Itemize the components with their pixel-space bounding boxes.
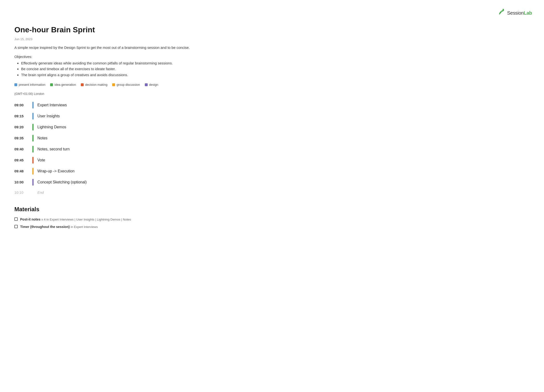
- schedule-bar-0945: [32, 157, 34, 164]
- page-description: A simple recipe inspired by the Design S…: [14, 45, 201, 51]
- timezone: (GMT+01:00) London: [14, 92, 201, 96]
- schedule-label-1000: Concept Sketching (optional): [37, 179, 87, 185]
- schedule-bar-0915: [32, 113, 34, 120]
- group-color-dot: [112, 83, 115, 86]
- legend-item-present: present information: [14, 82, 45, 87]
- page-date: Jun 15, 2023: [14, 37, 201, 42]
- objectives-label: Objectives:: [14, 54, 201, 60]
- legend-label-decision: decision making: [85, 82, 107, 87]
- schedule-bar-0900: [32, 102, 34, 109]
- schedule-label-0935: Notes: [37, 135, 47, 141]
- schedule-time-0900: 09:00: [14, 103, 32, 108]
- legend-item-design: design: [145, 82, 158, 87]
- schedule-row-0935: 09:35 Notes: [14, 135, 201, 142]
- legend-label-idea: idea generation: [54, 82, 76, 87]
- schedule-time-0915: 09:15: [14, 114, 32, 119]
- schedule-time-0935: 09:35: [14, 136, 32, 141]
- legend-label-group: group discussion: [117, 82, 140, 87]
- legend-label-design: design: [149, 82, 158, 87]
- decision-color-dot: [81, 83, 84, 86]
- page-title: One-hour Brain Sprint: [14, 24, 201, 35]
- objective-item: Effectively generate ideas while avoidin…: [21, 61, 201, 66]
- objective-item: The brain sprint aligns a group of creat…: [21, 72, 201, 78]
- material-detail-0-text: x 4 in Expert Interviews | User Insights…: [41, 218, 131, 221]
- present-color-dot: [14, 83, 17, 86]
- legend-item-group: group discussion: [112, 82, 140, 87]
- objective-item: Be concise and timebox all of the exerci…: [21, 66, 201, 72]
- legend: present information idea generation deci…: [14, 82, 201, 87]
- schedule-row-0940: 09:40 Notes, second turn: [14, 146, 201, 153]
- schedule-bar-0920: [32, 124, 34, 131]
- material-item-0: Post-it notes x 4 in Expert Interviews |…: [14, 217, 201, 222]
- schedule-row-0945: 09:45 Vote: [14, 157, 201, 164]
- material-checkbox-0[interactable]: [14, 217, 18, 221]
- schedule-time-1000: 10:00: [14, 180, 32, 185]
- material-checkbox-1[interactable]: [14, 225, 18, 228]
- schedule-label-0920: Lightning Demos: [37, 124, 66, 130]
- schedule-label-0948: Wrap-up -> Execution: [37, 168, 75, 174]
- materials-section-title: Materials: [14, 205, 201, 213]
- schedule-label-0945: Vote: [37, 157, 45, 163]
- objectives-list: Effectively generate ideas while avoidin…: [14, 61, 201, 78]
- schedule-label-0900: Expert Interviews: [37, 102, 67, 108]
- design-color-dot: [145, 83, 148, 86]
- schedule-bar-0935: [32, 135, 34, 142]
- material-detail-1-text: in Expert Interviews: [71, 225, 98, 229]
- schedule-time-0920: 09:20: [14, 125, 32, 130]
- schedule-time-0940: 09:40: [14, 147, 32, 152]
- schedule-bar-0948: [32, 168, 34, 175]
- schedule-end-time: 10:10: [14, 190, 32, 196]
- legend-item-decision: decision making: [81, 82, 107, 87]
- schedule-time-0945: 09:45: [14, 158, 32, 163]
- legend-label-present: present information: [19, 82, 45, 87]
- schedule-label-0915: User Insights: [37, 113, 60, 119]
- schedule-bar-1000: [32, 179, 34, 186]
- material-name-0: Post-it notes: [20, 217, 41, 221]
- legend-item-idea: idea generation: [50, 82, 76, 87]
- material-item-1: Timer (throughout the session) in Expert…: [14, 224, 201, 229]
- schedule-label-0940: Notes, second turn: [37, 146, 70, 152]
- schedule: 09:00 Expert Interviews 09:15 User Insig…: [14, 102, 201, 196]
- schedule-row-1000: 10:00 Concept Sketching (optional): [14, 179, 201, 186]
- schedule-time-0948: 09:48: [14, 169, 32, 174]
- schedule-row-0915: 09:15 User Insights: [14, 113, 201, 120]
- schedule-end-row: 10:10 End: [14, 190, 201, 196]
- schedule-row-0920: 09:20 Lightning Demos: [14, 124, 201, 131]
- idea-color-dot: [50, 83, 53, 86]
- schedule-end-label: End: [37, 190, 44, 196]
- material-name-1: Timer (throughout the session): [20, 225, 70, 229]
- schedule-row-0948: 09:48 Wrap-up -> Execution: [14, 168, 201, 175]
- schedule-bar-0940: [32, 146, 34, 153]
- materials-list: Post-it notes x 4 in Expert Interviews |…: [14, 217, 201, 229]
- schedule-row-0900: 09:00 Expert Interviews: [14, 102, 201, 109]
